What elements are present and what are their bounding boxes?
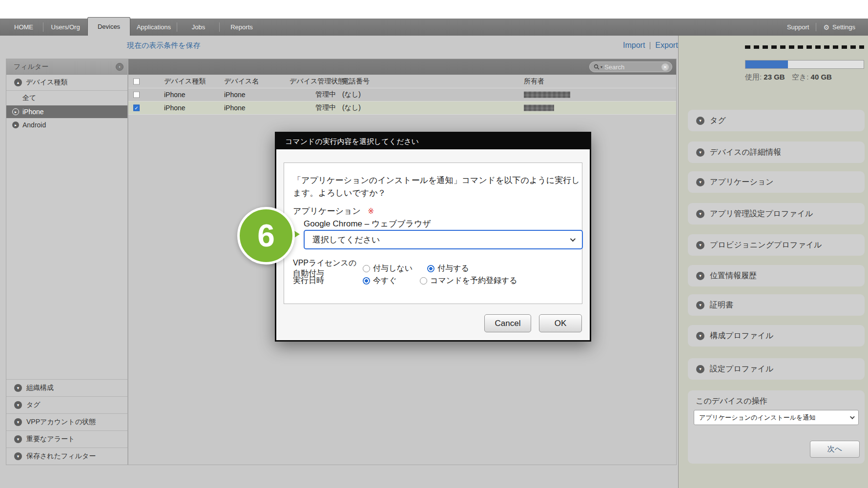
column-header[interactable]: デバイス名 — [224, 77, 259, 86]
accordion-app-config-profile[interactable]: ▾ アプリ管理設定プロファイル — [688, 203, 865, 224]
accordion-label: アプリケーション — [710, 177, 774, 187]
accordion-label: 位置情報履歴 — [710, 271, 757, 281]
filter-section-org[interactable]: ▾ 組織構成 — [6, 379, 127, 396]
application-version-select[interactable]: 選択してください — [304, 230, 583, 249]
search-clear-icon[interactable]: ✕ — [661, 63, 669, 71]
accordion-label: デバイスの詳細情報 — [710, 147, 781, 158]
accordion-provisioning-profile[interactable]: ▾ プロビジョニングプロファイル — [688, 234, 865, 256]
radio-label[interactable]: 今すぐ — [373, 276, 405, 286]
nav-tab-home[interactable]: HOME — [4, 19, 43, 36]
filter-option-all[interactable]: 全て — [6, 91, 127, 105]
accordion-certificates[interactable]: ▾ 証明書 — [688, 294, 865, 316]
storage-usage-text: 使用: 23 GB 空き: 40 GB — [745, 73, 832, 82]
chevron-down-icon: ▾ — [696, 365, 704, 373]
cell-status: 管理中 — [315, 90, 336, 99]
filter-header: フィルター ‹ — [6, 59, 127, 75]
chevron-down-icon: ▾ — [696, 148, 704, 157]
filter-title: フィルター — [14, 62, 48, 71]
accordion-settings-profile[interactable]: ▾ 設定プロファイル — [688, 358, 865, 380]
nav-tab-label: Users/Org — [51, 23, 80, 31]
ok-button[interactable]: OK — [539, 314, 582, 332]
radio-vpp-no[interactable] — [363, 265, 370, 272]
filter-section-alerts[interactable]: ▾ 重要なアラート — [6, 430, 127, 447]
radio-schedule[interactable] — [420, 277, 427, 285]
search-scope-caret-icon[interactable]: ▾ — [600, 65, 602, 69]
serial-redacted — [745, 45, 864, 49]
chevron-down-icon: ▾ — [696, 117, 704, 125]
app-window: HOME Users/Org Devices Applications Jobs… — [0, 0, 868, 488]
command-modal: コマンドの実行内容を選択してください 「アプリケーションのインストールを通知」コ… — [275, 132, 591, 342]
accordion-configuration-profile[interactable]: ▾ 構成プロファイル — [688, 325, 865, 346]
table-row[interactable]: iPhone iPhone 管理中 (なし) — [128, 88, 676, 102]
selected-arrow-icon: ▸ — [12, 108, 19, 115]
radio-vpp-yes-selected[interactable] — [427, 265, 434, 272]
nav-tab-reports[interactable]: Reports — [220, 19, 264, 36]
column-header[interactable]: 所有者 — [524, 77, 544, 86]
command-select[interactable]: アプリケーションのインストールを通知 — [694, 410, 859, 425]
import-link[interactable]: Import — [623, 41, 645, 50]
settings-link[interactable]: Settings — [832, 23, 855, 31]
filter-section-saved-filters[interactable]: ▾ 保存されたフィルター — [6, 447, 127, 465]
chevron-down-icon: ▾ — [696, 332, 704, 340]
filter-section-vpp-account[interactable]: ▾ VPPアカウントの状態 — [6, 413, 127, 430]
nav-tab-devices[interactable]: Devices — [87, 17, 130, 36]
next-button[interactable]: 次へ — [810, 441, 860, 458]
device-actions-title: このデバイスの操作 — [696, 396, 767, 407]
filter-option-android[interactable]: ▸ Android — [6, 118, 127, 132]
nav-tab-users-org[interactable]: Users/Org — [43, 19, 87, 36]
accordion-location-history[interactable]: ▾ 位置情報履歴 — [688, 265, 865, 286]
filter-sidebar: フィルター ‹ ▴ デバイス種類 全て ▸ iPhone ▸ Android ▾… — [6, 59, 128, 465]
row-checkbox-checked[interactable]: ✓ — [133, 105, 140, 111]
column-header[interactable]: デバイス種類 — [164, 77, 206, 86]
filter-section-label: 組織構成 — [26, 384, 54, 392]
select-all-checkbox[interactable] — [133, 78, 140, 84]
column-header[interactable]: デバイス管理状態 — [289, 77, 345, 86]
column-header[interactable]: 電話番号 — [342, 77, 370, 86]
nav-right-group: Support ⚙ Settings — [787, 19, 855, 36]
cell-device-name: iPhone — [224, 91, 246, 99]
link-separator — [650, 42, 650, 49]
export-link[interactable]: Export — [655, 41, 678, 50]
cancel-button[interactable]: Cancel — [484, 314, 531, 332]
accordion-applications[interactable]: ▾ アプリケーション — [688, 171, 865, 193]
schedule-label: 実行日時 — [293, 276, 363, 286]
save-view-link[interactable]: 現在の表示条件を保存 — [127, 41, 201, 50]
command-select-value: アプリケーションのインストールを通知 — [699, 413, 815, 422]
radio-label[interactable]: 付与しない — [373, 264, 413, 274]
storage-free-value: 40 GB — [811, 73, 832, 81]
top-navbar: HOME Users/Org Devices Applications Jobs… — [0, 19, 868, 36]
modal-title: コマンドの実行内容を選択してください — [276, 133, 590, 149]
accordion-tags[interactable]: ▾ タグ — [688, 110, 865, 131]
support-link[interactable]: Support — [787, 23, 809, 31]
device-detail-panel: 使用: 23 GB 空き: 40 GB ▾ タグ ▾ デバイスの詳細情報 ▾ ア… — [678, 36, 868, 488]
gear-icon: ⚙ — [823, 23, 829, 31]
filter-option-label: Android — [22, 121, 46, 129]
radio-label[interactable]: 付与する — [437, 264, 469, 274]
row-checkbox[interactable] — [133, 92, 140, 98]
nav-tab-jobs[interactable]: Jobs — [177, 19, 220, 36]
nav-tab-applications[interactable]: Applications — [130, 19, 177, 36]
cell-device-type: iPhone — [164, 91, 186, 99]
schedule-row: 実行日時 今すぐ コマンドを予約登録する — [293, 276, 517, 286]
filter-section-device-type[interactable]: ▴ デバイス種類 — [6, 75, 127, 91]
collapse-panel-icon[interactable]: ‹ — [116, 63, 124, 71]
chevron-down-icon — [850, 414, 855, 419]
accordion-device-details[interactable]: ▾ デバイスの詳細情報 — [688, 142, 865, 163]
required-mark: ※ — [368, 207, 374, 215]
filter-section-tags[interactable]: ▾ タグ — [6, 396, 127, 413]
chevron-down-icon: ▾ — [14, 401, 22, 409]
chevron-down-icon: ▾ — [14, 384, 22, 392]
storage-used-label: 使用: — [745, 73, 762, 81]
table-toolbar: ▾ Search ✕ — [128, 59, 676, 75]
application-name: Google Chrome – ウェブブラウザ — [304, 218, 431, 229]
storage-used-value: 23 GB — [764, 73, 785, 81]
table-row-selected[interactable]: ✓ iPhone iPhone 管理中 (なし) — [128, 102, 676, 115]
radio-now-selected[interactable] — [363, 277, 370, 285]
radio-label[interactable]: コマンドを予約登録する — [430, 276, 517, 286]
select-placeholder: 選択してください — [312, 234, 380, 245]
filter-section-label: 保存されたフィルター — [26, 452, 96, 461]
cell-device-name: iPhone — [224, 104, 246, 112]
filter-option-iphone[interactable]: ▸ iPhone — [6, 105, 127, 118]
search-input[interactable]: ▾ Search ✕ — [589, 61, 672, 72]
cell-device-type: iPhone — [164, 104, 186, 112]
